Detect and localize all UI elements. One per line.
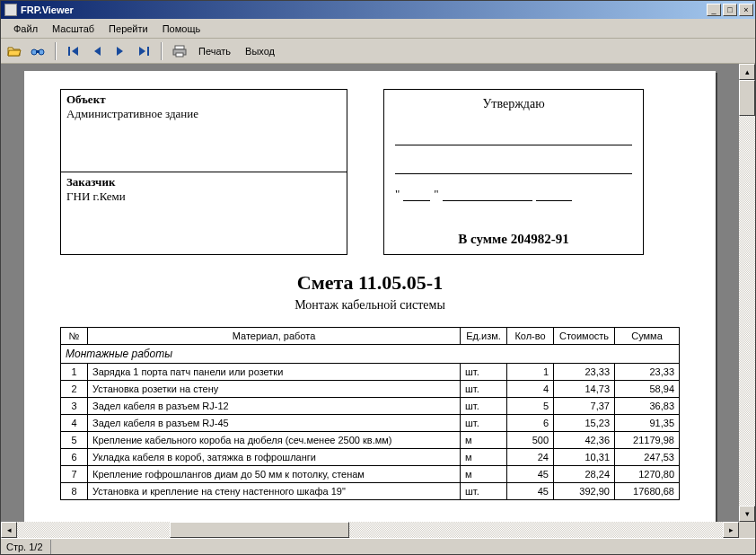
cell-num: 1 <box>61 364 88 381</box>
cell-qty: 45 <box>507 466 554 483</box>
svg-rect-5 <box>175 46 184 49</box>
horizontal-scrollbar[interactable]: ◂ ▸ <box>1 522 739 538</box>
exit-label[interactable]: Выход <box>240 43 280 59</box>
cell-cost: 14,73 <box>554 381 615 398</box>
menu-goto[interactable]: Перейти <box>101 22 155 36</box>
menu-scale[interactable]: Масштаб <box>45 22 101 36</box>
title-bar: FRP.Viewer _ □ × <box>1 1 755 19</box>
cell-unit: м <box>461 432 507 449</box>
close-button[interactable]: × <box>739 4 753 16</box>
minimize-button[interactable]: _ <box>707 4 721 16</box>
cell-cost: 392,90 <box>554 483 615 500</box>
scroll-up-button[interactable]: ▴ <box>739 64 755 80</box>
document-title: Смета 11.05.05-1 <box>60 271 680 295</box>
cell-name: Зарядка 1 порта патч панели или розетки <box>88 364 461 381</box>
first-page-button[interactable] <box>64 41 84 61</box>
scroll-right-button[interactable]: ▸ <box>723 522 739 538</box>
cell-unit: шт. <box>461 364 507 381</box>
cell-name: Укладка кабеля в короб, затяжка в гофрош… <box>88 449 461 466</box>
table-row: 3Задел кабеля в разъем RJ-12шт.57,3736,8… <box>61 398 680 415</box>
signature-line <box>395 156 632 174</box>
col-unit: Ед.изм. <box>461 328 507 345</box>
date-line: "" <box>395 187 632 201</box>
separator <box>55 42 57 60</box>
cell-name: Задел кабеля в разъем RJ-45 <box>88 415 461 432</box>
cell-qty: 45 <box>507 483 554 500</box>
col-name: Материал, работа <box>88 328 461 345</box>
find-button[interactable] <box>28 41 48 61</box>
open-button[interactable] <box>4 41 24 61</box>
last-page-button[interactable] <box>134 41 154 61</box>
approve-label: Утверждаю <box>393 97 634 111</box>
cell-sum: 23,33 <box>615 364 680 381</box>
table-row: 8Установка и крепление на стену настенно… <box>61 483 680 500</box>
section-row: Монтажные работы <box>61 345 680 364</box>
viewer-viewport[interactable]: Объект Административное здание Заказчик … <box>1 64 739 522</box>
info-box-left: Объект Административное здание Заказчик … <box>60 89 347 255</box>
next-page-button[interactable] <box>110 41 130 61</box>
toolbar: Печать Выход <box>1 39 755 64</box>
table-row: 1Зарядка 1 порта патч панели или розетки… <box>61 364 680 381</box>
binoculars-icon <box>31 45 45 57</box>
customer-label: Заказчик <box>66 175 341 189</box>
cell-num: 4 <box>61 415 88 432</box>
scroll-thumb[interactable] <box>739 80 755 116</box>
cell-qty: 5 <box>507 398 554 415</box>
table-header-row: № Материал, работа Ед.изм. Кол-во Стоимо… <box>61 328 680 345</box>
cell-unit: шт. <box>461 398 507 415</box>
print-label[interactable]: Печать <box>193 43 236 59</box>
scroll-left-button[interactable]: ◂ <box>1 522 17 538</box>
cell-cost: 28,24 <box>554 466 615 483</box>
vertical-scrollbar[interactable]: ▴ ▾ <box>739 64 755 522</box>
app-window: FRP.Viewer _ □ × Файл Масштаб Перейти По… <box>0 0 756 555</box>
svg-rect-7 <box>176 53 183 57</box>
cell-cost: 10,31 <box>554 449 615 466</box>
cell-num: 7 <box>61 466 88 483</box>
document-subtitle: Монтаж кабельной системы <box>60 298 680 313</box>
col-cost: Стоимость <box>554 328 615 345</box>
cell-name: Крепление гофрошлангов диам до 50 мм к п… <box>88 466 461 483</box>
menu-help[interactable]: Помощь <box>155 22 208 36</box>
scroll-corner <box>739 522 755 538</box>
maximize-button[interactable]: □ <box>723 4 737 16</box>
cell-sum: 17680,68 <box>615 483 680 500</box>
cell-num: 8 <box>61 483 88 500</box>
viewer: Объект Административное здание Заказчик … <box>1 64 755 538</box>
scroll-track[interactable] <box>17 522 723 538</box>
status-page: Стр. 1/2 <box>1 540 51 554</box>
cell-qty: 500 <box>507 432 554 449</box>
printer-icon <box>172 45 187 57</box>
cell-qty: 1 <box>507 364 554 381</box>
cell-sum: 247,53 <box>615 449 680 466</box>
customer-value: ГНИ г.Кеми <box>66 189 341 204</box>
scroll-thumb[interactable] <box>170 522 349 538</box>
table-row: 6Укладка кабеля в короб, затяжка в гофро… <box>61 449 680 466</box>
cell-qty: 4 <box>507 381 554 398</box>
cell-sum: 1270,80 <box>615 466 680 483</box>
scroll-down-button[interactable]: ▾ <box>739 506 755 522</box>
total-label: В сумме 204982-91 <box>393 232 634 247</box>
cell-cost: 15,23 <box>554 415 615 432</box>
cell-sum: 58,94 <box>615 381 680 398</box>
folder-open-icon <box>7 45 22 57</box>
cell-qty: 6 <box>507 415 554 432</box>
cell-name: Установка и крепление на стену настенног… <box>88 483 461 500</box>
cell-unit: шт. <box>461 415 507 432</box>
cell-sum: 91,35 <box>615 415 680 432</box>
cell-sum: 21179,98 <box>615 432 680 449</box>
menu-file[interactable]: Файл <box>6 22 45 36</box>
cell-unit: м <box>461 449 507 466</box>
cell-unit: м <box>461 466 507 483</box>
cell-num: 2 <box>61 381 88 398</box>
app-icon <box>4 4 17 16</box>
scroll-track[interactable] <box>739 80 755 506</box>
cell-unit: шт. <box>461 483 507 500</box>
status-bar: Стр. 1/2 <box>1 538 755 554</box>
cell-unit: шт. <box>461 381 507 398</box>
approve-box: Утверждаю "" В сумме 204982-91 <box>383 89 644 255</box>
last-icon <box>137 46 150 57</box>
print-button[interactable] <box>170 41 189 61</box>
menu-bar: Файл Масштаб Перейти Помощь <box>1 19 755 39</box>
prev-page-button[interactable] <box>87 41 107 61</box>
cell-sum: 36,83 <box>615 398 680 415</box>
